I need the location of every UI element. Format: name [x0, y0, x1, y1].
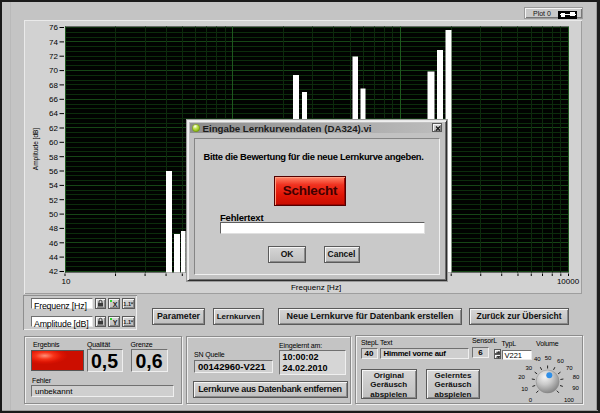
svg-text:90: 90 — [572, 385, 579, 391]
svg-text:40: 40 — [534, 356, 541, 362]
svg-text:Amplitude [dB]: Amplitude [dB] — [32, 128, 40, 170]
svg-text:50: 50 — [545, 355, 552, 361]
svg-text:46: 46 — [49, 239, 58, 248]
svg-text:70: 70 — [49, 66, 58, 75]
svg-text:76: 76 — [49, 23, 58, 32]
svg-text:80: 80 — [573, 374, 580, 380]
svg-text:10: 10 — [62, 277, 71, 286]
svg-text:0: 0 — [529, 397, 533, 403]
svg-text:56: 56 — [49, 167, 58, 176]
svg-text:48: 48 — [49, 224, 58, 233]
svg-text:20: 20 — [518, 374, 525, 380]
svg-text:58: 58 — [49, 153, 58, 162]
svg-text:66: 66 — [49, 95, 58, 104]
svg-text:64: 64 — [49, 109, 58, 118]
svg-text:44: 44 — [49, 253, 58, 262]
svg-text:62: 62 — [49, 124, 58, 133]
svg-text:30: 30 — [525, 365, 532, 371]
svg-text:100: 100 — [564, 397, 575, 403]
svg-text:52: 52 — [49, 196, 58, 205]
svg-text:1.1: 1.1 — [123, 319, 131, 325]
svg-text:60: 60 — [557, 358, 564, 364]
svg-text:54: 54 — [49, 181, 58, 190]
svg-text:74: 74 — [49, 38, 58, 47]
svg-text:70: 70 — [566, 365, 573, 371]
svg-text:42: 42 — [49, 267, 58, 276]
svg-text:X: X — [113, 301, 118, 308]
svg-text:72: 72 — [49, 52, 58, 61]
svg-text:10000: 10000 — [557, 277, 580, 286]
svg-text:68: 68 — [49, 81, 58, 90]
svg-text:Y: Y — [113, 319, 118, 326]
svg-text:60: 60 — [49, 138, 58, 147]
svg-text:Frequenz [Hz]: Frequenz [Hz] — [291, 283, 341, 292]
svg-text:50: 50 — [49, 210, 58, 219]
svg-text:1.1: 1.1 — [123, 301, 131, 307]
svg-text:10: 10 — [521, 386, 528, 392]
